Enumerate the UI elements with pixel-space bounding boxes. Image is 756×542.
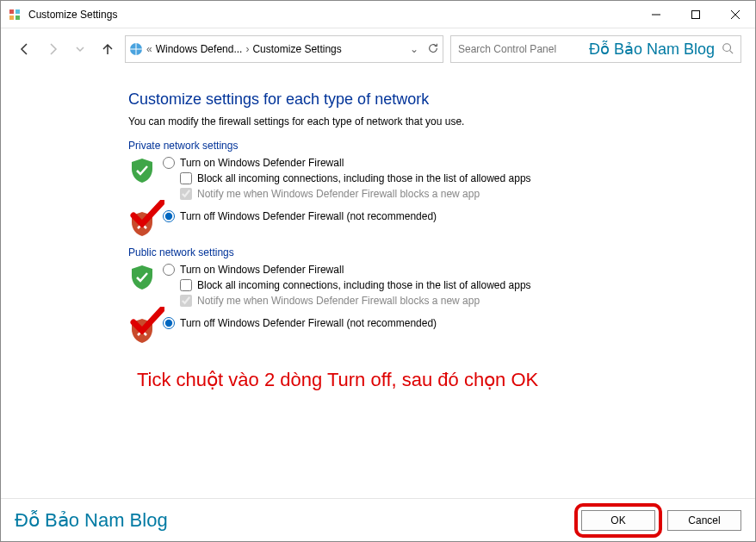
page-title: Customize settings for each type of netw… [128,90,714,109]
public-notify-label: Notify me when Windows Defender Firewall… [197,295,480,307]
private-on-group: Turn on Windows Defender Firewall Block … [128,157,714,203]
public-turn-off-option[interactable]: Turn off Windows Defender Firewall (not … [163,317,714,329]
breadcrumb[interactable]: « Windows Defend... › Customize Settings… [125,35,443,63]
ok-highlight-box: OK [574,503,662,538]
watermark-brand-bottom: Đỗ Bảo Nam Blog [15,509,168,532]
public-turn-on-label: Turn on Windows Defender Firewall [180,264,344,276]
maximize-button[interactable] [676,1,716,28]
private-turn-off-option[interactable]: Turn off Windows Defender Firewall (not … [163,210,714,222]
public-block-option[interactable]: Block all incoming connections, includin… [180,279,714,291]
breadcrumb-levels: « [146,43,152,55]
private-turn-off-label: Turn off Windows Defender Firewall (not … [180,210,437,222]
public-turn-off-label: Turn off Windows Defender Firewall (not … [180,317,437,329]
private-block-checkbox[interactable] [180,172,192,184]
breadcrumb-part2[interactable]: Customize Settings [252,43,341,55]
refresh-button[interactable] [427,42,439,57]
shield-green-icon [128,264,156,291]
search-box[interactable]: Đỗ Bảo Nam Blog [450,35,741,63]
svg-rect-0 [692,10,700,18]
search-icon[interactable] [722,42,734,57]
private-turn-on-radio[interactable] [163,157,175,169]
private-turn-on-option[interactable]: Turn on Windows Defender Firewall [163,157,714,169]
forward-button[interactable] [42,39,63,59]
shield-green-icon [128,157,156,184]
content-area: Customize settings for each type of netw… [1,70,755,391]
public-section-label: Public network settings [128,246,714,259]
public-on-group: Turn on Windows Defender Firewall Block … [128,264,714,310]
close-button[interactable] [716,1,755,28]
private-turn-on-label: Turn on Windows Defender Firewall [180,157,344,169]
private-notify-checkbox [180,188,192,200]
private-turn-off-radio[interactable] [163,210,175,222]
title-bar: Customize Settings [1,1,755,28]
shield-red-icon [128,210,156,238]
public-turn-off-radio[interactable] [163,317,175,329]
public-notify-checkbox [180,295,192,307]
back-button[interactable] [15,39,35,59]
up-button[interactable] [97,39,118,59]
nav-toolbar: « Windows Defend... › Customize Settings… [1,28,755,70]
private-block-option[interactable]: Block all incoming connections, includin… [180,172,714,184]
page-description: You can modify the firewall settings for… [128,115,714,128]
ok-button[interactable]: OK [581,510,655,531]
shield-red-icon [128,317,156,345]
window-title: Customize Settings [28,9,117,21]
private-notify-label: Notify me when Windows Defender Firewall… [197,188,480,200]
search-input[interactable] [458,43,722,55]
minimize-button[interactable] [636,1,676,28]
cancel-button[interactable]: Cancel [667,510,741,531]
public-block-label: Block all incoming connections, includin… [197,279,531,291]
svg-point-2 [723,43,731,51]
annotation-instruction: Tick chuột vào 2 dòng Turn off, sau đó c… [137,369,714,391]
firewall-breadcrumb-icon [129,42,143,56]
public-off-group: Turn off Windows Defender Firewall (not … [128,317,714,345]
public-turn-on-radio[interactable] [163,264,175,276]
private-notify-option: Notify me when Windows Defender Firewall… [180,188,714,200]
private-off-group: Turn off Windows Defender Firewall (not … [128,210,714,238]
private-section-label: Private network settings [128,140,714,152]
breadcrumb-dropdown-icon[interactable]: ⌄ [410,43,418,55]
footer: Đỗ Bảo Nam Blog OK Cancel [1,498,755,541]
public-notify-option: Notify me when Windows Defender Firewall… [180,295,714,307]
breadcrumb-sep-icon: › [245,43,249,55]
private-block-label: Block all incoming connections, includin… [197,172,531,184]
firewall-app-icon [8,8,22,22]
breadcrumb-part1[interactable]: Windows Defend... [156,43,243,55]
recent-dropdown[interactable] [70,39,90,59]
public-turn-on-option[interactable]: Turn on Windows Defender Firewall [163,264,714,276]
public-block-checkbox[interactable] [180,279,192,291]
